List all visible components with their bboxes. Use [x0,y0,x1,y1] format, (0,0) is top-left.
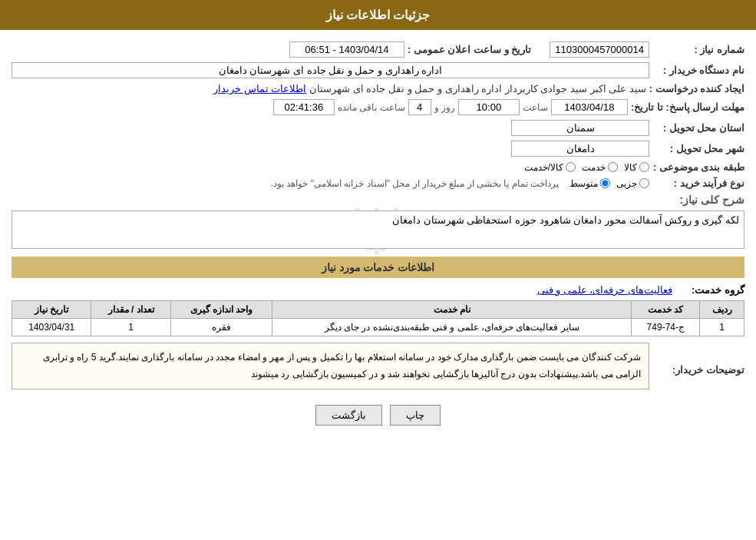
service-group-row: گروه خدمت: فعالیت‌های حرفه‌ای، علمی و فن… [12,284,744,296]
services-section-title: اطلاعات خدمات مورد نیاز [12,257,744,278]
send-date-value: 1403/04/18 [551,99,628,115]
col-header-unit: واحد اندازه گیری [170,301,272,319]
services-table-head: ردیف کد خدمت نام خدمت واحد اندازه گیری ت… [12,301,744,319]
buyer-description-row: توضیحات خریدار: شرکت کنندگان می بایست ضم… [12,343,744,397]
purchase-note: پرداخت تمام یا بخشی از مبلغ خریدار از مح… [271,178,559,189]
table-row: 1 ج-74-749 سایر فعالیت‌های حرفه‌ای، علمی… [12,319,744,336]
col-header-date: تاریخ نیاز [12,301,91,319]
purchase-partial-label: جزیی [616,178,637,189]
send-date-row: مهلت ارسال پاسخ: تا تاریخ: 1403/04/18 سا… [12,99,744,115]
need-description-section: شرح کلی نیاز: لکه گیری و روکش آسفالت محو… [12,194,744,249]
category-label: طبقه بندی موضوعی : [652,161,744,173]
buttons-row: چاپ بازگشت [12,405,744,426]
cell-name: سایر فعالیت‌های حرفه‌ای، علمی و فنی طبقه… [272,319,632,336]
category-goods-label: کالا [624,162,637,173]
col-header-quantity: تعداد / مقدار [91,301,170,319]
buyer-org-label: نام دستگاه خریدار : [652,65,744,76]
cell-quantity: 1 [91,319,170,336]
col-header-code: کد خدمت [632,301,700,319]
purchase-type-label: نوع فرآیند خرید : [652,177,744,189]
announce-time-label: تاریخ و ساعت اعلان عمومی : [408,44,531,55]
need-number-value: 1103000457000014 [550,41,649,58]
buyer-description-value: شرکت کنندگان می بایست ضمن بارگذاری مدارک… [12,343,649,389]
category-goods-radio[interactable] [639,162,649,172]
col-header-name: نام خدمت [272,301,632,319]
content-over: شماره نیاز : 1103000457000014 تاریخ و سا… [12,41,744,426]
cell-row: 1 [700,319,744,336]
category-goods-option: کالا [624,162,649,173]
buyer-org-row: نام دستگاه خریدار : اداره راهداری و حمل … [12,62,744,78]
province-label: استان محل تحویل : [652,122,744,134]
buyer-org-value: اداره راهداری و حمل و نقل جاده ای شهرستا… [12,62,649,78]
purchase-partial-radio[interactable] [639,178,649,188]
send-time-label: ساعت [523,102,548,113]
page-wrapper: جزئیات اطلاعات نیاز 🛡 شماره نیاز : 11030… [0,0,756,540]
main-content: 🛡 شماره نیاز : 1103000457000014 تاریخ و … [0,38,756,429]
need-description-value: لکه گیری و روکش آسفالت محور دامغان شاهرو… [12,210,744,249]
back-button[interactable]: بازگشت [315,405,382,426]
need-description-title: شرح کلی نیاز: [652,194,744,206]
purchase-partial-option: جزیی [616,178,649,189]
cell-code: ج-74-749 [632,319,700,336]
services-table-body: 1 ج-74-749 سایر فعالیت‌های حرفه‌ای، علمی… [12,319,744,336]
remaining-label: ساعت باقی مانده [338,102,405,113]
remaining-value: 02:41:36 [273,99,335,115]
category-goods-service-option: کالا/خدمت [524,162,576,173]
category-radio-group: کالا خدمت کالا/خدمت [524,162,649,173]
need-number-label: شماره نیاز : [652,44,744,55]
city-label: شهر محل تحویل : [652,143,744,154]
col-header-row: ردیف [700,301,744,319]
purchase-type-radio-group: جزیی متوسط [569,178,649,189]
creator-value: سید علی اکبر سید جوادی کاربردار اداره را… [309,83,646,94]
announce-time-value: 1403/04/14 - 06:51 [289,41,404,58]
buyer-description-label: توضیحات خریدار: [652,364,744,376]
creator-row: ایجاد کننده درخواست : سید علی اکبر سید ج… [12,83,744,94]
category-service-radio[interactable] [608,162,618,172]
creator-label: ایجاد کننده درخواست : [649,83,744,94]
province-value: سمنان [511,120,649,136]
page-title: جزئیات اطلاعات نیاز [326,8,431,22]
cell-date: 1403/04/31 [12,319,91,336]
service-group-label: گروه خدمت: [675,284,744,296]
table-header-row: ردیف کد خدمت نام خدمت واحد اندازه گیری ت… [12,301,744,319]
purchase-medium-radio[interactable] [600,178,610,188]
category-service-label: خدمت [582,162,606,173]
need-number-row: شماره نیاز : 1103000457000014 تاریخ و سا… [12,41,744,58]
purchase-type-row: نوع فرآیند خرید : جزیی متوسط پرداخت تمام… [12,177,744,189]
city-row: شهر محل تحویل : دامغان [12,141,744,157]
purchase-medium-option: متوسط [569,178,610,189]
days-label: روز و [434,102,455,113]
send-time-value: 10:00 [458,99,520,115]
services-table: ردیف کد خدمت نام خدمت واحد اندازه گیری ت… [12,300,744,336]
watermark-area: 🛡 شماره نیاز : 1103000457000014 تاریخ و … [12,41,744,426]
page-header: جزئیات اطلاعات نیاز [0,0,756,30]
category-goods-service-radio[interactable] [566,162,576,172]
days-value: 4 [408,99,431,115]
category-row: طبقه بندی موضوعی : کالا خدمت کالا/خدم [12,161,744,173]
province-row: استان محل تحویل : سمنان [12,120,744,136]
service-group-link[interactable]: فعالیت‌های حرفه‌ای، علمی و فنی [537,284,672,296]
category-goods-service-label: کالا/خدمت [524,162,563,173]
send-date-label: مهلت ارسال پاسخ: تا تاریخ: [631,101,744,113]
need-description-header-row: شرح کلی نیاز: [12,194,744,206]
print-button[interactable]: چاپ [390,405,441,426]
cell-unit: فقره [170,319,272,336]
purchase-medium-label: متوسط [569,178,598,189]
category-service-option: خدمت [582,162,618,173]
creator-link[interactable]: اطلاعات تماس خریدار [213,83,306,94]
city-value: دامغان [511,141,649,157]
